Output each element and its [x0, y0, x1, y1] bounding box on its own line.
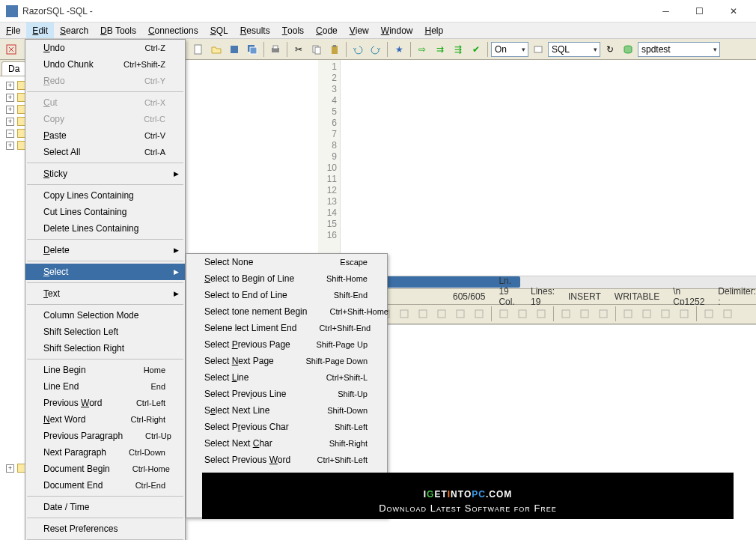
row-icon[interactable]: [558, 306, 574, 322]
menu-item-copy-lines-containing[interactable]: Copy Lines Containing: [25, 187, 185, 204]
expand-icon[interactable]: +: [6, 464, 14, 473]
refresh-icon[interactable]: [701, 306, 717, 322]
sql-icon[interactable]: [530, 41, 546, 58]
menu-db-tools[interactable]: DB Tools: [94, 22, 142, 38]
close-tab-icon[interactable]: [3, 41, 19, 58]
menu-item-delete-lines-containing[interactable]: Delete Lines Containing: [25, 220, 185, 237]
menu-item-column-selection-mode[interactable]: Column Selection Mode: [25, 307, 185, 324]
close-button[interactable]: ✕: [716, 1, 750, 22]
copy-icon[interactable]: [308, 41, 325, 58]
menu-item-select-to-begin-of-line[interactable]: Select to Begin of LineShift-Home: [186, 270, 387, 287]
minimize-button[interactable]: ─: [649, 1, 683, 22]
last-icon[interactable]: [676, 306, 692, 322]
menu-window[interactable]: Window: [375, 22, 419, 38]
editor-area[interactable]: 12345678910111213141516: [183, 60, 756, 276]
menu-help[interactable]: Help: [418, 22, 449, 38]
prev-icon[interactable]: [620, 306, 636, 322]
copy-icon[interactable]: [514, 306, 531, 322]
expand-icon[interactable]: +: [6, 142, 14, 150]
menu-item-next-word[interactable]: Next WordCtrl-Right: [25, 411, 185, 428]
refresh-icon[interactable]: ↻: [602, 41, 618, 58]
menu-results[interactable]: Results: [234, 22, 276, 38]
stop-icon[interactable]: ⇶: [450, 41, 466, 58]
menu-item-sticky[interactable]: Sticky▶: [25, 166, 185, 182]
menu-code[interactable]: Code: [310, 22, 344, 38]
menu-view[interactable]: View: [344, 22, 375, 38]
menu-item-select-to-end-of-line[interactable]: Select to End of LineShift-End: [186, 287, 387, 303]
menu-item-delete[interactable]: Delete▶: [25, 242, 185, 258]
menu-item-select-line[interactable]: Select LineCtrl+Shift-L: [186, 369, 387, 386]
expand-icon[interactable]: +: [6, 94, 14, 102]
first-icon[interactable]: [657, 306, 674, 322]
favorite-icon[interactable]: ★: [391, 41, 407, 58]
menu-item-undo-chunk[interactable]: Undo ChunkCtrl+Shift-Z: [25, 56, 185, 73]
menu-file[interactable]: File: [0, 22, 26, 38]
menu-item-select-previous-page[interactable]: Select Previous PageShift-Page Up: [186, 336, 387, 353]
menu-item-select-previous-word[interactable]: Select Previous WordCtrl+Shift-Left: [186, 452, 387, 468]
csv-icon[interactable]: [415, 306, 431, 322]
menu-item-next-paragraph[interactable]: Next ParagraphCtrl-Down: [25, 444, 185, 461]
cut-icon[interactable]: [496, 306, 512, 322]
commit-icon[interactable]: ✔: [468, 41, 484, 58]
menu-item-previous-paragraph[interactable]: Previous ParagraphCtrl-Up: [25, 428, 185, 444]
run-all-icon[interactable]: ⇉: [432, 41, 448, 58]
expand-icon[interactable]: +: [6, 82, 14, 90]
menu-search[interactable]: Search: [54, 22, 94, 38]
open-icon[interactable]: [208, 41, 225, 58]
menu-edit[interactable]: Edit: [26, 22, 54, 38]
html-icon[interactable]: [471, 306, 487, 322]
menu-item-line-begin[interactable]: Line BeginHome: [25, 362, 185, 378]
menu-item-selene-lect-liment-end[interactable]: Selene lect Liment EndCtrl+Shift-End: [186, 320, 387, 336]
menu-item-select-next-char[interactable]: Select Next CharShift-Right: [186, 435, 387, 452]
menu-item-select-all[interactable]: Select AllCtrl-A: [25, 144, 185, 160]
commit-icon[interactable]: [719, 306, 736, 322]
paste-icon[interactable]: [326, 41, 343, 58]
print-icon[interactable]: [267, 41, 284, 58]
undo-icon[interactable]: [350, 41, 366, 58]
autocommit-combo[interactable]: On: [491, 42, 528, 57]
next-icon[interactable]: [638, 306, 655, 322]
pdf-icon[interactable]: [433, 306, 450, 322]
maximize-button[interactable]: ☐: [683, 1, 716, 22]
menu-item-cut-lines-containing[interactable]: Cut Lines Containing: [25, 204, 185, 220]
connection-combo[interactable]: spdtest: [638, 42, 720, 57]
language-combo[interactable]: SQL: [548, 42, 600, 57]
menu-item-select-previous-char[interactable]: Select Previous CharShift-Left: [186, 419, 387, 435]
tree-tab[interactable]: Da: [1, 61, 26, 76]
col-icon[interactable]: [576, 306, 593, 322]
menu-item-line-end[interactable]: Line EndEnd: [25, 378, 185, 395]
run-sql-icon[interactable]: ⇨: [414, 41, 430, 58]
expand-icon[interactable]: +: [6, 118, 14, 126]
cut-icon[interactable]: ✂: [290, 41, 307, 58]
save-icon[interactable]: [226, 41, 243, 58]
menu-item-undo[interactable]: UndoCtrl-Z: [25, 40, 185, 56]
xls-icon[interactable]: [452, 306, 469, 322]
menu-item-previous-word[interactable]: Previous WordCtrl-Left: [25, 395, 185, 411]
expand-icon[interactable]: +: [6, 106, 14, 114]
menu-tools[interactable]: Tools: [276, 22, 310, 38]
menu-item-paste[interactable]: PasteCtrl-V: [25, 127, 185, 144]
menu-sql[interactable]: SQL: [204, 22, 234, 38]
new-icon[interactable]: [190, 41, 207, 58]
menu-item-text[interactable]: Text▶: [25, 285, 185, 302]
menu-item-select-previous-line[interactable]: Select Previous LineShift-Up: [186, 386, 387, 402]
menu-item-select-next-page[interactable]: Select Next PageShift-Page Down: [186, 353, 387, 369]
expand-icon[interactable]: −: [6, 130, 14, 138]
del-icon[interactable]: [595, 306, 612, 322]
paste-icon[interactable]: [533, 306, 549, 322]
menu-item-select-none[interactable]: Select NoneEscape: [186, 254, 387, 270]
menu-connections[interactable]: Connections: [142, 22, 204, 38]
menu-item-document-end[interactable]: Document EndCtrl-End: [25, 477, 185, 494]
menu-item-date-time[interactable]: Date / Time: [25, 499, 185, 515]
saveall-icon[interactable]: [244, 41, 260, 58]
menu-item-reset-preferences[interactable]: Reset Preferences: [25, 521, 185, 537]
menu-item-select-tone-nement-begin[interactable]: Select tone nement BeginCtrl+Shift-Home: [186, 303, 387, 320]
menu-item-select[interactable]: Select▶: [25, 264, 185, 280]
connection-icon[interactable]: [620, 41, 636, 58]
menu-item-document-begin[interactable]: Document BeginCtrl-Home: [25, 461, 185, 477]
menu-item-select-next-line[interactable]: Select Next LineShift-Down: [186, 402, 387, 419]
redo-icon[interactable]: [368, 41, 384, 58]
menu-item-shift-selection-right[interactable]: Shift Selection Right: [25, 340, 185, 357]
chart-icon[interactable]: [396, 306, 412, 322]
menu-item-shift-selection-left[interactable]: Shift Selection Left: [25, 324, 185, 340]
